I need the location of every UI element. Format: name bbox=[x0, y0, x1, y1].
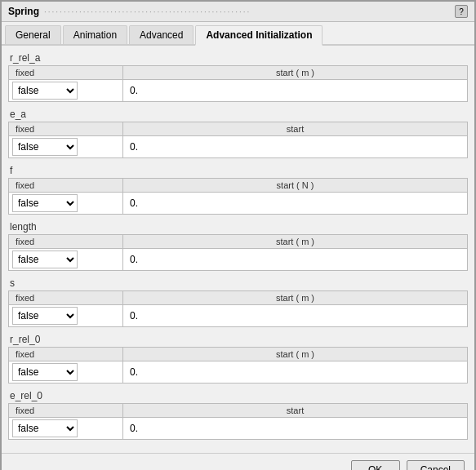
param-label-r_rel_a: r_rel_a bbox=[8, 52, 468, 64]
param-cell-start-s bbox=[123, 308, 467, 323]
param-input-f[interactable] bbox=[130, 197, 460, 209]
param-header-fixed-r_rel_a: fixed bbox=[9, 66, 123, 79]
param-label-e_rel_0: e_rel_0 bbox=[8, 390, 468, 401]
param-header-fixed-e_a: fixed bbox=[9, 122, 123, 135]
param-cell-start-e_rel_0 bbox=[123, 421, 467, 436]
param-header-fixed-s: fixed bbox=[9, 291, 123, 304]
param-header-e_rel_0: fixedstart bbox=[9, 404, 467, 418]
title-bar-left: Spring ·································… bbox=[8, 6, 251, 17]
param-select-s[interactable]: falsetrue bbox=[12, 307, 78, 325]
tab-animation[interactable]: Animation bbox=[63, 25, 127, 44]
param-header-start-r_rel_0: start ( m ) bbox=[123, 348, 467, 361]
param-header-s: fixedstart ( m ) bbox=[9, 291, 467, 305]
param-label-e_a: e_a bbox=[8, 109, 468, 120]
param-section-e_a: e_afixedstartfalsetrue bbox=[8, 109, 468, 158]
param-section-f: ffixedstart ( N )falsetrue bbox=[8, 165, 468, 215]
param-row-length: falsetrue bbox=[9, 249, 467, 270]
tab-bar: General Animation Advanced Advanced Init… bbox=[2, 22, 474, 46]
param-table-s: fixedstart ( m )falsetrue bbox=[8, 290, 468, 327]
param-input-r_rel_a[interactable] bbox=[130, 85, 460, 96]
param-header-start-length: start ( m ) bbox=[123, 235, 467, 248]
dialog-title: Spring bbox=[8, 6, 39, 17]
param-cell-start-f bbox=[123, 196, 467, 211]
title-bar-buttons: ? bbox=[455, 5, 468, 18]
param-row-s: falsetrue bbox=[9, 305, 467, 326]
help-button[interactable]: ? bbox=[455, 5, 468, 18]
tab-advanced[interactable]: Advanced bbox=[129, 25, 194, 44]
param-select-length[interactable]: falsetrue bbox=[12, 251, 78, 268]
param-cell-start-r_rel_a bbox=[123, 83, 467, 98]
param-table-length: fixedstart ( m )falsetrue bbox=[8, 234, 468, 271]
param-cell-fixed-s: falsetrue bbox=[9, 305, 123, 326]
param-header-start-e_rel_0: start bbox=[123, 404, 467, 417]
param-input-length[interactable] bbox=[130, 254, 460, 265]
param-header-fixed-r_rel_0: fixed bbox=[9, 348, 123, 361]
param-section-length: lengthfixedstart ( m )falsetrue bbox=[8, 221, 468, 271]
param-table-r_rel_0: fixedstart ( m )falsetrue bbox=[8, 347, 468, 384]
param-table-r_rel_a: fixedstart ( m )falsetrue bbox=[8, 65, 468, 102]
param-cell-start-e_a bbox=[123, 140, 467, 154]
tab-general[interactable]: General bbox=[5, 25, 61, 44]
cancel-button[interactable]: Cancel bbox=[407, 460, 465, 470]
param-row-e_rel_0: falsetrue bbox=[9, 418, 467, 439]
param-cell-fixed-r_rel_a: falsetrue bbox=[9, 80, 123, 101]
param-label-s: s bbox=[8, 277, 468, 289]
param-section-r_rel_0: r_rel_0fixedstart ( m )falsetrue bbox=[8, 334, 468, 384]
content-area: r_rel_afixedstart ( m )falsetruee_afixed… bbox=[2, 46, 474, 453]
param-input-e_rel_0[interactable] bbox=[130, 423, 460, 434]
param-label-f: f bbox=[8, 165, 468, 176]
param-header-start-s: start ( m ) bbox=[123, 291, 467, 304]
param-cell-fixed-r_rel_0: falsetrue bbox=[9, 361, 123, 383]
param-row-r_rel_0: falsetrue bbox=[9, 361, 467, 383]
param-header-fixed-length: fixed bbox=[9, 235, 123, 248]
param-input-s[interactable] bbox=[130, 310, 460, 321]
param-input-r_rel_0[interactable] bbox=[130, 366, 460, 378]
param-table-f: fixedstart ( N )falsetrue bbox=[8, 178, 468, 215]
param-cell-fixed-length: falsetrue bbox=[9, 249, 123, 270]
param-row-e_a: falsetrue bbox=[9, 136, 467, 157]
param-row-r_rel_a: falsetrue bbox=[9, 80, 467, 101]
dialog-footer: OK Cancel bbox=[2, 453, 474, 470]
param-header-fixed-f: fixed bbox=[9, 179, 123, 192]
param-cell-start-r_rel_0 bbox=[123, 365, 467, 379]
tab-advanced-initialization[interactable]: Advanced Initialization bbox=[195, 25, 323, 46]
param-header-start-e_a: start bbox=[123, 122, 467, 135]
param-cell-fixed-f: falsetrue bbox=[9, 193, 123, 214]
param-cell-start-length bbox=[123, 252, 467, 267]
param-header-start-r_rel_a: start ( m ) bbox=[123, 66, 467, 79]
param-header-f: fixedstart ( N ) bbox=[9, 179, 467, 193]
param-cell-fixed-e_rel_0: falsetrue bbox=[9, 418, 123, 439]
param-label-length: length bbox=[8, 221, 468, 233]
param-header-e_a: fixedstart bbox=[9, 122, 467, 136]
param-header-r_rel_a: fixedstart ( m ) bbox=[9, 66, 467, 80]
param-select-r_rel_0[interactable]: falsetrue bbox=[12, 363, 78, 381]
param-header-r_rel_0: fixedstart ( m ) bbox=[9, 348, 467, 361]
ok-button[interactable]: OK bbox=[351, 460, 400, 470]
param-header-length: fixedstart ( m ) bbox=[9, 235, 467, 249]
param-input-e_a[interactable] bbox=[130, 141, 460, 153]
param-table-e_a: fixedstartfalsetrue bbox=[8, 122, 468, 158]
param-label-r_rel_0: r_rel_0 bbox=[8, 334, 468, 345]
param-select-f[interactable]: falsetrue bbox=[12, 194, 78, 212]
param-section-s: sfixedstart ( m )falsetrue bbox=[8, 277, 468, 327]
param-row-f: falsetrue bbox=[9, 193, 467, 214]
param-section-r_rel_a: r_rel_afixedstart ( m )falsetrue bbox=[8, 52, 468, 102]
param-cell-fixed-e_a: falsetrue bbox=[9, 136, 123, 157]
param-table-e_rel_0: fixedstartfalsetrue bbox=[8, 403, 468, 440]
param-select-e_rel_0[interactable]: falsetrue bbox=[12, 419, 78, 437]
param-header-start-f: start ( N ) bbox=[123, 179, 467, 192]
param-section-e_rel_0: e_rel_0fixedstartfalsetrue bbox=[8, 390, 468, 440]
param-select-r_rel_a[interactable]: falsetrue bbox=[12, 82, 78, 100]
spring-dialog: Spring ·································… bbox=[0, 0, 476, 470]
title-decoration: ········································… bbox=[44, 7, 251, 16]
param-header-fixed-e_rel_0: fixed bbox=[9, 404, 123, 417]
title-bar: Spring ·································… bbox=[2, 2, 474, 22]
param-select-e_a[interactable]: falsetrue bbox=[12, 138, 78, 156]
